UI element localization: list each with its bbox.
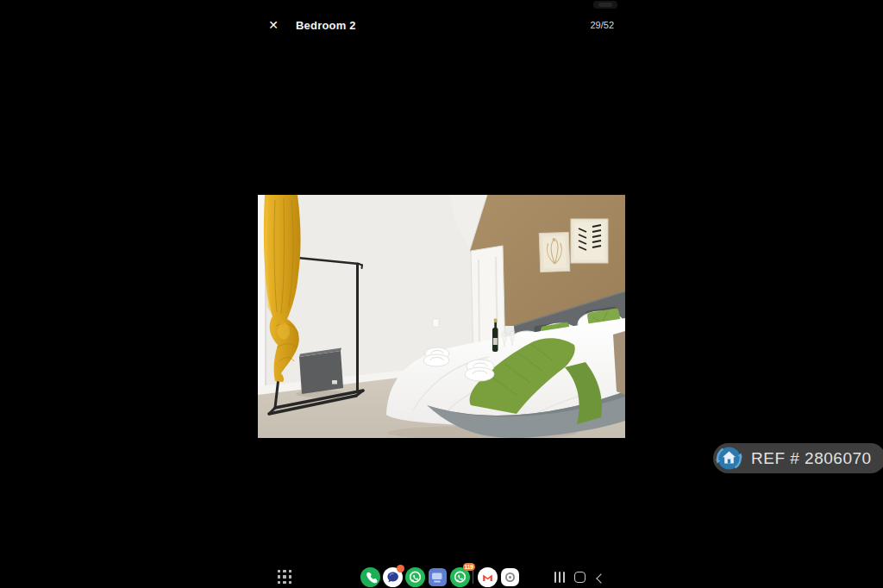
whatsapp-app-icon[interactable] <box>405 567 425 587</box>
messages-app-icon[interactable] <box>383 567 403 587</box>
app-drawer-button[interactable] <box>278 570 291 584</box>
light-switch <box>433 319 439 327</box>
house-sync-logo-icon <box>713 442 745 474</box>
nav-back-button[interactable] <box>596 572 606 583</box>
nav-home-button[interactable] <box>574 572 586 583</box>
bedroom-photo-scene <box>258 195 625 438</box>
recents-icon <box>554 572 556 583</box>
photo-counter: 29/52 <box>590 20 614 30</box>
gmail-app-icon[interactable] <box>478 567 498 587</box>
taskbar-separator <box>473 570 473 584</box>
photo-title: Bedroom 2 <box>296 19 356 32</box>
watermark-pill: REF # 2806070 <box>713 443 883 473</box>
close-icon: ✕ <box>268 18 279 32</box>
watermark-ref-text: REF # 2806070 <box>751 449 872 468</box>
back-chevron-icon <box>596 573 605 583</box>
whatsapp-business-app-icon[interactable]: 119 <box>450 567 470 587</box>
close-button[interactable]: ✕ <box>263 16 284 34</box>
heater <box>299 348 343 395</box>
top-edge-artifact <box>593 1 617 9</box>
phone-app-icon[interactable] <box>360 567 380 587</box>
notification-badge <box>397 565 404 572</box>
camera-app-icon[interactable] <box>500 567 520 587</box>
photo-viewer-screen: ✕ Bedroom 2 29/52 <box>0 0 883 588</box>
bedroom-photo[interactable] <box>258 195 625 438</box>
nav-recents-button[interactable] <box>554 572 565 583</box>
video-call-app-icon[interactable] <box>428 567 448 587</box>
